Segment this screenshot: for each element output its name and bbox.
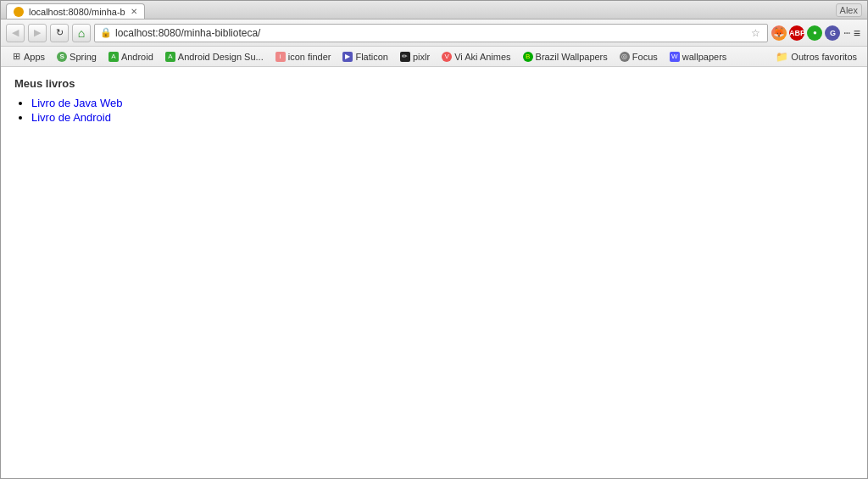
bookmark-aki-label: Vi Aki Animes	[454, 52, 510, 62]
focus-icon: ◎	[620, 52, 630, 62]
more-extensions-button[interactable]: ···	[843, 25, 849, 41]
flaticon-icon: ▶	[342, 52, 353, 62]
address-actions: ☆	[749, 27, 762, 39]
address-lock-icon: 🔒	[100, 27, 112, 38]
active-tab[interactable]: localhost:8080/minha-b ✕	[6, 3, 145, 19]
book-list: Livro de Java Web Livro de Android	[14, 97, 854, 124]
extension-green-icon[interactable]: ●	[807, 25, 822, 41]
bookmark-outros-label: Outros favoritos	[791, 52, 857, 62]
address-bar[interactable]: 🔒 localhost:8080/minha-biblioteca/ ☆	[94, 24, 768, 42]
browser-menu-button[interactable]: ≡	[852, 25, 862, 42]
title-bar-right: Alex	[836, 3, 862, 17]
bookmark-aki-animes[interactable]: V Vi Aki Animes	[437, 50, 515, 64]
firefox-icon: 🦊	[771, 25, 787, 41]
tab-label: localhost:8080/minha-b	[29, 7, 125, 17]
bookmarks-bar: ⊞ Apps S Spring A Android A Android Desi…	[1, 47, 867, 67]
translate-icon[interactable]: G	[825, 25, 840, 41]
reload-button[interactable]: ↻	[50, 24, 69, 42]
bookmark-apps-label: Apps	[24, 52, 45, 62]
bookmark-flaticon[interactable]: ▶ Flaticon	[337, 50, 393, 64]
pixlr-icon: ✏	[400, 52, 410, 62]
bookmark-android-label: Android	[121, 52, 153, 62]
bookmark-brazil-label: Brazil Wallpapers	[536, 52, 608, 62]
list-item: Livro de Java Web	[31, 97, 854, 109]
bookmark-wallpapers-label: wallpapers	[682, 52, 727, 62]
bookmark-android[interactable]: A Android	[103, 50, 159, 64]
android-icon: A	[108, 52, 119, 62]
bookmark-outros-favoritos[interactable]: 📁 Outros favoritos	[771, 49, 862, 64]
page-heading: Meus livros	[14, 77, 854, 90]
nav-bar: ◀ ▶ ↻ ⌂ 🔒 localhost:8080/minha-bibliotec…	[1, 19, 867, 47]
user-indicator: Alex	[836, 3, 862, 17]
bookmark-android-design-label: Android Design Su...	[178, 52, 264, 62]
forward-button[interactable]: ▶	[28, 24, 47, 42]
bookmark-pixlr[interactable]: ✏ pixlr	[395, 50, 435, 64]
bookmark-spring-label: Spring	[70, 52, 97, 62]
home-button[interactable]: ⌂	[72, 24, 91, 42]
wallpapers-icon: W	[670, 52, 680, 62]
bookmark-apps[interactable]: ⊞ Apps	[6, 50, 50, 64]
bookmark-focus-label: Focus	[632, 52, 658, 62]
bookmark-wallpapers[interactable]: W wallpapers	[665, 50, 732, 64]
tab-close-button[interactable]: ✕	[131, 7, 137, 16]
bookmark-pixlr-label: pixlr	[413, 52, 430, 62]
bookmark-android-design[interactable]: A Android Design Su...	[160, 50, 269, 64]
tab-bar: localhost:8080/minha-b ✕	[6, 1, 145, 19]
tab-favicon	[14, 7, 24, 17]
aki-icon: V	[442, 52, 452, 62]
bookmark-iconfinder-label: icon finder	[288, 52, 331, 62]
bookmark-focus[interactable]: ◎ Focus	[615, 50, 663, 64]
bookmark-brazil-wallpapers[interactable]: B Brazil Wallpapers	[518, 50, 613, 64]
back-button[interactable]: ◀	[6, 24, 25, 42]
bookmark-iconfinder[interactable]: i icon finder	[270, 50, 337, 64]
spring-icon: S	[57, 52, 67, 62]
bookmark-spring[interactable]: S Spring	[52, 50, 102, 64]
apps-icon: ⊞	[11, 52, 21, 62]
adblock-icon[interactable]: ABP	[789, 25, 804, 41]
title-bar: localhost:8080/minha-b ✕ Alex	[1, 1, 867, 19]
book-link-2[interactable]: Livro de Android	[31, 111, 111, 124]
browser-window: localhost:8080/minha-b ✕ Alex ◀ ▶ ↻ ⌂ 🔒 …	[0, 0, 868, 479]
nav-right-extensions: 🦊 ABP ● G ··· ≡	[771, 25, 862, 42]
book-link-1[interactable]: Livro de Java Web	[31, 97, 122, 109]
bookmark-flaticon-label: Flaticon	[355, 52, 388, 62]
page-content: Meus livros Livro de Java Web Livro de A…	[1, 67, 867, 478]
folder-icon: 📁	[776, 51, 788, 63]
list-item: Livro de Android	[31, 111, 854, 124]
android-design-icon: A	[165, 52, 175, 62]
bookmark-star-button[interactable]: ☆	[749, 27, 762, 39]
address-url-text: localhost:8080/minha-biblioteca/	[115, 27, 746, 39]
iconfinder-icon: i	[275, 52, 286, 62]
brazil-icon: B	[523, 52, 533, 62]
